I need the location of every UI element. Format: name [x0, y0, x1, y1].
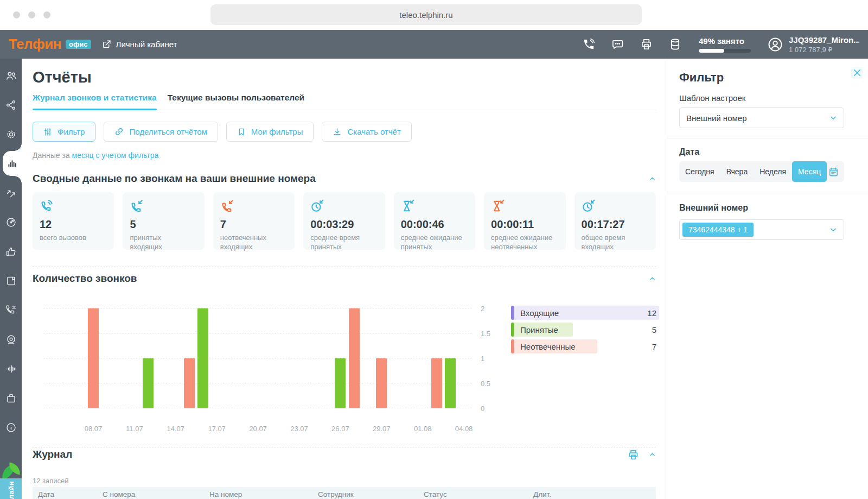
- stat-card-total-calls: 12 всего вызовов: [33, 192, 114, 250]
- stat-label: всего вызовов: [40, 233, 104, 243]
- legend-label: Принятые: [511, 325, 558, 334]
- phone-incoming-icon: [220, 199, 288, 213]
- sidebar-item-info[interactable]: [0, 413, 22, 442]
- stat-label: неотвеченных входящих: [220, 233, 284, 252]
- chart-bar: [445, 358, 456, 408]
- online-chat-leaf-icon: [1, 463, 21, 479]
- date-option-month[interactable]: Месяц: [792, 161, 827, 182]
- sidebar-item-users[interactable]: [0, 61, 22, 90]
- chart-bar: [143, 358, 154, 408]
- summary-cards: 12 всего вызовов 5 принятых входящих 7 н…: [33, 192, 656, 250]
- print-journal-icon[interactable]: [628, 449, 639, 460]
- window-controls[interactable]: [13, 11, 50, 18]
- record-camera-icon: [5, 334, 17, 345]
- url-text: teleo.telphin.ru: [399, 10, 452, 20]
- goal-gauge-icon: [5, 217, 17, 228]
- stat-value: 00:00:11: [491, 218, 558, 231]
- my-filters-button-label: Мои фильтры: [251, 127, 303, 136]
- template-select[interactable]: Внешний номер: [679, 108, 844, 128]
- tab-current-user-calls[interactable]: Текущие вызовы пользователей: [168, 93, 304, 110]
- line-occupancy: 49% занято: [699, 36, 751, 53]
- info-icon: [5, 422, 17, 433]
- column-header-duration[interactable]: Длит.: [533, 490, 551, 498]
- transfer-arrows-icon: [5, 187, 17, 199]
- online-chat-tab[interactable]: онлайн: [0, 478, 22, 499]
- column-header-date[interactable]: Дата: [38, 490, 103, 498]
- calls-bar-chart: 00.511.52 08.0711.0714.0717.0720.0723.07…: [33, 288, 656, 432]
- hourglass-incoming-icon: [401, 199, 468, 213]
- sidebar-item-quality[interactable]: [0, 237, 22, 266]
- template-select-value: Внешний номер: [686, 113, 747, 123]
- x-tick-label: 01.08: [406, 425, 439, 433]
- chart-section-title: Количество звонков: [33, 273, 137, 285]
- column-header-employee[interactable]: Сотрудник: [318, 490, 424, 498]
- avatar-icon: [767, 36, 783, 53]
- gridline: [43, 308, 472, 308]
- sidebar-item-statistics[interactable]: [3, 151, 22, 176]
- user-balance: 1 072 787,9 ₽: [789, 46, 859, 54]
- sidebar-item-transfers[interactable]: [0, 178, 22, 207]
- panel-divider: [667, 192, 868, 192]
- column-header-status[interactable]: Статус: [424, 490, 533, 498]
- stat-card-missed-incoming: 7 неотвеченных входящих: [213, 192, 295, 250]
- personal-cabinet-label: Личный кабинет: [116, 40, 177, 49]
- user-menu[interactable]: JJQ39287_Miron... 1 072 787,9 ₽: [767, 35, 859, 54]
- page-title: Отчёты: [33, 68, 656, 86]
- online-chat-label: онлайн: [7, 481, 15, 499]
- date-option-week[interactable]: Неделя: [754, 161, 792, 182]
- collapse-journal-icon[interactable]: [649, 451, 656, 458]
- collapse-summary-icon[interactable]: [649, 175, 656, 182]
- date-option-yesterday[interactable]: Вчера: [720, 161, 754, 182]
- calls-icon[interactable]: [583, 38, 595, 50]
- chart-bar: [197, 308, 208, 408]
- window-close-button[interactable]: [13, 11, 20, 18]
- print-icon[interactable]: [640, 38, 653, 50]
- legend-label: Входящие: [511, 308, 559, 318]
- download-report-button[interactable]: Скачать отчёт: [322, 122, 411, 142]
- window-minimize-button[interactable]: [28, 11, 35, 18]
- external-link-icon: [102, 40, 111, 49]
- tab-call-journal-statistics[interactable]: Журнал звонков и статистика: [33, 93, 157, 110]
- window-zoom-button[interactable]: [43, 11, 50, 18]
- filter-panel: Фильтр Шаблон настроек Внешний номер Дат…: [667, 59, 868, 499]
- column-header-from-number[interactable]: С номера: [103, 490, 209, 498]
- collapse-chart-icon[interactable]: [649, 275, 656, 282]
- telphin-logo[interactable]: Телфин: [9, 36, 61, 53]
- sidebar-item-audio[interactable]: [0, 354, 22, 383]
- sidebar-item-journal[interactable]: [0, 266, 22, 295]
- address-bar[interactable]: teleo.telphin.ru: [210, 4, 642, 25]
- calendar-icon[interactable]: [828, 167, 839, 177]
- chevron-down-icon: [829, 114, 837, 122]
- messages-icon[interactable]: [611, 38, 624, 50]
- close-filter-icon[interactable]: [851, 67, 863, 79]
- sidebar-item-goals[interactable]: [0, 207, 22, 237]
- filter-button[interactable]: Фильтр: [33, 122, 95, 142]
- phone-ringing-icon: [40, 199, 107, 213]
- column-header-to-number[interactable]: На номер: [209, 490, 318, 498]
- sidebar-item-missed-calls[interactable]: [0, 295, 22, 325]
- period-filter-link[interactable]: месяц с учетом фильтра: [72, 151, 159, 160]
- occupancy-progress-fill: [699, 49, 724, 53]
- sidebar-item-services[interactable]: [0, 383, 22, 413]
- stat-label: общее время входящих: [582, 233, 646, 252]
- stat-value: 00:03:29: [310, 218, 378, 231]
- stat-label: среднее время принятых: [310, 233, 374, 252]
- phone-incoming-icon: [130, 199, 197, 213]
- date-option-today[interactable]: Сегодня: [679, 161, 720, 182]
- stat-value: 00:17:27: [582, 218, 649, 231]
- personal-cabinet-link[interactable]: Личный кабинет: [102, 40, 177, 49]
- gridline: [43, 358, 472, 358]
- my-filters-button[interactable]: Мои фильтры: [226, 122, 314, 142]
- journal-section-title: Журнал: [33, 449, 72, 460]
- sidebar-item-org-structure[interactable]: [0, 90, 22, 119]
- sidebar-item-records[interactable]: [0, 325, 22, 354]
- legend-label: Неотвеченные: [511, 342, 576, 351]
- stat-card-answered-incoming: 5 принятых входящих: [123, 192, 204, 250]
- storage-icon[interactable]: [669, 38, 681, 50]
- legend-value: 7: [652, 342, 656, 351]
- share-report-button[interactable]: Поделиться отчётом: [104, 122, 218, 142]
- gridline: [43, 333, 472, 333]
- settings-gear-icon: [5, 129, 17, 140]
- journal-notebook-icon: [5, 275, 17, 287]
- external-number-select[interactable]: 73462444348 + 1: [679, 219, 844, 240]
